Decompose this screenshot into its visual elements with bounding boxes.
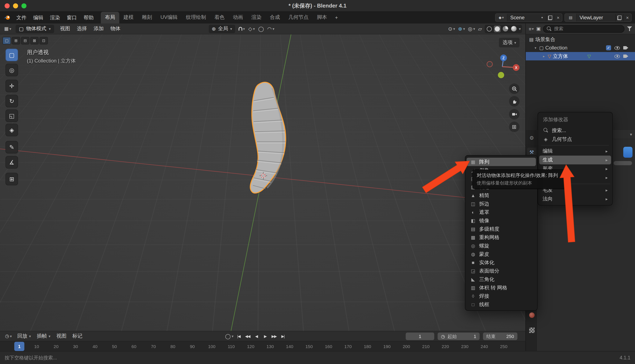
frame-end-field[interactable]: 结束 250 [483, 332, 517, 340]
playhead[interactable]: 1 [14, 342, 24, 351]
xray-toggle-button[interactable]: ▱ [478, 26, 482, 32]
workspace-tab[interactable]: 纹理绘制 [182, 12, 210, 24]
topbar-menu[interactable]: 文件 [13, 13, 30, 22]
gizmos-dropdown[interactable]: ⊕ ▾ [458, 26, 465, 32]
generate-menu-item[interactable]: ▥ 体积 转 网格 [467, 284, 536, 292]
workspace-tab[interactable]: 合成 [266, 12, 284, 24]
new-scene-button[interactable] [546, 14, 554, 22]
mode-dropdown[interactable]: ▢ 物体模式 ▾ [16, 24, 54, 33]
frame-start-field[interactable]: ◷ 起始 1 [438, 332, 480, 340]
generate-menu-item[interactable]: ◐ 遮罩 [467, 208, 536, 216]
next-keyframe-button[interactable]: ▶▶ [271, 334, 278, 338]
timeline-menu[interactable]: 标记 ▾ [69, 332, 85, 340]
transform-tool[interactable]: ◈ [6, 124, 18, 136]
generate-menu-item[interactable]: ◫ 拆边 [467, 200, 536, 208]
timeline-editor-type-button[interactable]: ◷ ▾ [3, 334, 14, 339]
move-tool[interactable]: ✛ [6, 80, 18, 92]
collapse-chevron-icon[interactable]: ▾ [533, 46, 538, 50]
generate-menu-item[interactable]: ▦ 阵列 [467, 158, 536, 166]
viewport-menu[interactable]: 视图 [57, 24, 74, 33]
generate-menu-item[interactable]: ▲ 精简 [467, 191, 536, 200]
material-shading-button[interactable] [502, 25, 509, 32]
jump-to-start-button[interactable]: |◀ [235, 334, 242, 338]
delete-viewlayer-button[interactable]: × [623, 14, 631, 22]
texture-properties-tab[interactable] [527, 326, 536, 335]
proportional-edit-button[interactable]: ◯ [258, 26, 264, 32]
wireframe-shading-button[interactable] [486, 25, 493, 32]
modifier-search-item[interactable]: 搜索... [539, 126, 611, 135]
3d-viewport[interactable]: 用户透视 (1) Collection | 立方体 ▢ ⊞ ⊟ ⊠ ⊡ ▢ ◎ … [0, 34, 525, 331]
pan-view-button[interactable] [509, 96, 520, 106]
minimize-window-button[interactable] [13, 3, 18, 8]
topbar-menu[interactable]: 帮助 [80, 13, 97, 22]
generate-menu-item[interactable]: ■ 实体化 [467, 258, 536, 267]
timeline-menu[interactable]: 回放 ▾ [14, 332, 34, 340]
annotate-tool[interactable]: ✎ [6, 141, 18, 154]
generate-menu-item[interactable]: ◍ 蒙皮 [467, 250, 536, 258]
scene-name-field[interactable]: Scene • [507, 14, 546, 22]
chevron-down-icon[interactable]: ▾ [630, 132, 632, 137]
rotate-tool[interactable]: ↻ [6, 95, 18, 107]
viewport-menu[interactable]: 添加 [90, 24, 107, 33]
outliner-display-mode-dropdown[interactable]: ≡ ▾ [529, 26, 534, 31]
workspace-tab[interactable]: 脚本 [313, 12, 331, 24]
navigation-gizmo[interactable]: Z X [483, 44, 523, 84]
autokey-button[interactable]: ◯ ▾ [225, 334, 234, 339]
jump-to-end-button[interactable]: ▶| [279, 334, 286, 338]
generate-menu-item[interactable]: ◧ 镜像 [467, 216, 536, 225]
axis-y-handle[interactable] [498, 72, 504, 78]
object-data-chip-icon[interactable] [623, 147, 632, 158]
outliner-row-collection[interactable]: ▾ ▢ Collection ✓ [526, 44, 635, 52]
cursor-tool[interactable]: ◎ [6, 64, 18, 76]
workspace-tab[interactable]: 建模 [119, 12, 138, 24]
solid-shading-button[interactable] [494, 25, 501, 32]
orientation-dropdown[interactable]: ⊕ 全局 ▾ [209, 24, 235, 33]
timeline-menu[interactable]: 视图 ▾ [53, 332, 69, 340]
modifier-category-item[interactable]: 生成 ▸ [539, 156, 611, 164]
select-intersect-button[interactable]: ⊡ [40, 37, 48, 44]
new-viewlayer-button[interactable] [615, 14, 623, 22]
modifier-category-item[interactable]: 法向 ▸ [539, 194, 611, 204]
generate-menu-item[interactable]: ◣ 三角化 [467, 275, 536, 284]
visibility-dropdown[interactable]: ⊙ ▾ [448, 26, 455, 32]
scene-browse-button[interactable]: ◆ ▾ [496, 14, 507, 22]
generate-menu-item[interactable]: ◎ 螺旋 [467, 242, 536, 250]
modifier-category-item[interactable]: 编辑 ▸ [539, 147, 611, 156]
camera-render-icon[interactable] [623, 54, 628, 58]
scale-tool[interactable]: ◱ [6, 110, 18, 122]
timeline-menu[interactable]: 插帧 ▾ [34, 332, 53, 340]
viewport-menu[interactable]: 选择 [74, 24, 90, 33]
camera-render-icon[interactable] [623, 46, 628, 50]
topbar-menu[interactable]: 窗口 [63, 13, 80, 22]
select-invert-button[interactable]: ⊠ [30, 37, 39, 44]
blender-logo-icon[interactable] [3, 15, 11, 20]
overlays-dropdown[interactable]: ◎ ▾ [468, 26, 475, 32]
close-window-button[interactable] [5, 3, 10, 8]
topbar-menu[interactable]: 渲染 [47, 13, 63, 22]
workspace-tab[interactable]: 动画 [229, 12, 247, 24]
falloff-dropdown[interactable]: ◠ ▾ [267, 26, 275, 32]
axis-neg-x-handle[interactable] [487, 62, 492, 67]
filter-funnel-icon[interactable] [627, 26, 632, 31]
workspace-tab[interactable]: 几何节点 [284, 12, 313, 24]
viewlayer-browse-button[interactable]: ▤ [565, 14, 577, 22]
zoom-view-button[interactable] [509, 84, 520, 94]
measure-tool[interactable]: ∡ [6, 156, 18, 168]
workspace-tab[interactable]: 渲染 [247, 12, 266, 24]
generate-menu-item[interactable]: ▤ 多级精度 [467, 225, 536, 233]
add-cube-tool[interactable]: ⊞ [6, 173, 18, 185]
outliner-search-input[interactable]: 搜索 [543, 25, 624, 32]
play-reverse-button[interactable]: ◀ [253, 334, 260, 338]
play-button[interactable]: ▶ [262, 334, 269, 338]
timeline-ruler[interactable]: 1020304050607080901001101201301401501601… [0, 341, 525, 351]
snap-toggle-button[interactable]: ▾ [238, 27, 245, 31]
workspace-tab[interactable]: UV编辑 [156, 12, 182, 24]
generate-menu-item[interactable]: ▩ 重构网格 [467, 233, 536, 242]
editor-type-button[interactable]: ▦ ▾ [3, 26, 13, 32]
generate-menu-item[interactable]: □ 线框 [467, 300, 536, 309]
generate-menu-item[interactable]: ◊ 焊接 [467, 292, 536, 300]
delete-scene-button[interactable]: × [554, 14, 562, 22]
outliner-row-scene-collection[interactable]: ▤ 场景集合 [526, 35, 635, 44]
mesh-object[interactable] [250, 82, 286, 193]
generate-menu-item[interactable]: ◲ 表面细分 [467, 267, 536, 275]
